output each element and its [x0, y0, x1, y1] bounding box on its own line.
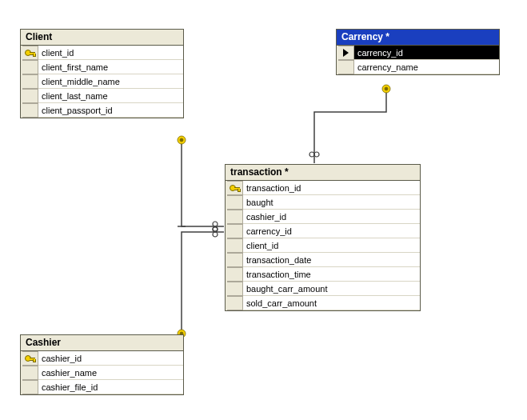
- field-name: transaction_id: [243, 181, 420, 195]
- field-icon: [227, 210, 243, 224]
- field-row[interactable]: client_id: [226, 238, 420, 253]
- key-icon: [227, 181, 243, 195]
- field-icon: [22, 60, 38, 74]
- field-icon: [227, 282, 243, 296]
- field-row[interactable]: transaction_time: [226, 267, 420, 282]
- table-body-carrency: carrency_id carrency_name: [337, 46, 499, 74]
- field-row[interactable]: client_middle_name: [21, 74, 183, 89]
- field-row[interactable]: transaction_id: [226, 181, 420, 195]
- field-row[interactable]: cashier_file_id: [21, 380, 183, 394]
- field-name: cashier_id: [243, 210, 420, 224]
- table-title-transaction[interactable]: transaction *: [226, 165, 420, 181]
- field-name: client_middle_name: [38, 74, 183, 89]
- key-icon: [22, 351, 38, 366]
- table-body-transaction: transaction_id baught cashier_id carrenc…: [226, 181, 420, 310]
- field-name: client_last_name: [38, 89, 183, 103]
- field-name: client_first_name: [38, 60, 183, 74]
- table-cashier[interactable]: Cashier cashier_id cashier_name cashier_…: [20, 334, 184, 395]
- field-name: client_passport_id: [38, 103, 183, 118]
- field-name: carrency_name: [354, 60, 499, 74]
- svg-point-2: [213, 222, 218, 226]
- field-icon: [227, 267, 243, 282]
- table-body-client: client_id client_first_name client_middl…: [21, 46, 183, 118]
- svg-point-8: [213, 232, 218, 237]
- field-icon: [22, 103, 38, 118]
- table-title-client[interactable]: Client: [21, 30, 183, 46]
- svg-point-0: [178, 136, 186, 144]
- table-carrency[interactable]: Carrency * carrency_id carrency_name: [336, 29, 500, 75]
- field-icon: [22, 366, 38, 380]
- rel-client-transaction: [178, 136, 224, 231]
- svg-point-10: [385, 87, 388, 90]
- svg-point-9: [382, 85, 390, 93]
- field-name: transaction_date: [243, 253, 420, 267]
- table-client[interactable]: Client client_id client_first_name clien…: [20, 29, 184, 118]
- table-title-cashier[interactable]: Cashier: [21, 335, 183, 351]
- svg-point-11: [309, 152, 314, 157]
- field-name: baught: [243, 195, 420, 210]
- field-name: carrency_id: [354, 46, 499, 60]
- rel-cashier-transaction: [178, 227, 224, 338]
- svg-point-7: [213, 227, 218, 232]
- svg-point-1: [180, 138, 183, 142]
- field-row[interactable]: transaction_date: [226, 253, 420, 267]
- field-row[interactable]: cashier_id: [226, 210, 420, 224]
- svg-point-3: [213, 226, 218, 231]
- er-diagram-canvas: Client client_id client_first_name clien…: [0, 0, 527, 420]
- key-icon: [22, 46, 38, 60]
- field-name: baught_carr_amount: [243, 282, 420, 296]
- field-icon: [22, 74, 38, 89]
- field-icon: [22, 89, 38, 103]
- field-icon: [227, 195, 243, 210]
- field-row[interactable]: cashier_id: [21, 351, 183, 366]
- field-icon: [227, 238, 243, 253]
- field-row[interactable]: cashier_name: [21, 366, 183, 380]
- field-row[interactable]: client_id: [21, 46, 183, 60]
- table-transaction[interactable]: transaction * transaction_id baught cash…: [225, 164, 421, 311]
- rel-carrency-transaction: [309, 85, 390, 163]
- field-row[interactable]: carrency_name: [337, 60, 499, 74]
- field-icon: [338, 60, 354, 74]
- field-name: sold_carr_amount: [243, 296, 420, 310]
- field-name: cashier_name: [38, 366, 183, 380]
- field-row[interactable]: carrency_id: [337, 46, 499, 60]
- field-row[interactable]: baught: [226, 195, 420, 210]
- field-row[interactable]: carrency_id: [226, 224, 420, 238]
- field-icon: [227, 224, 243, 238]
- svg-point-12: [314, 152, 319, 157]
- field-icon: [227, 253, 243, 267]
- field-row[interactable]: baught_carr_amount: [226, 282, 420, 296]
- field-name: cashier_file_id: [38, 380, 183, 394]
- field-name: transaction_time: [243, 267, 420, 282]
- field-row[interactable]: client_last_name: [21, 89, 183, 103]
- field-name: client_id: [38, 46, 183, 60]
- field-name: carrency_id: [243, 224, 420, 238]
- field-row[interactable]: client_passport_id: [21, 103, 183, 118]
- table-title-carrency[interactable]: Carrency *: [337, 30, 499, 46]
- field-icon: [22, 380, 38, 394]
- field-row[interactable]: client_first_name: [21, 60, 183, 74]
- field-name: client_id: [243, 238, 420, 253]
- field-name: cashier_id: [38, 351, 183, 366]
- row-pointer-icon: [338, 46, 354, 60]
- field-icon: [227, 296, 243, 310]
- field-row[interactable]: sold_carr_amount: [226, 296, 420, 310]
- table-body-cashier: cashier_id cashier_name cashier_file_id: [21, 351, 183, 394]
